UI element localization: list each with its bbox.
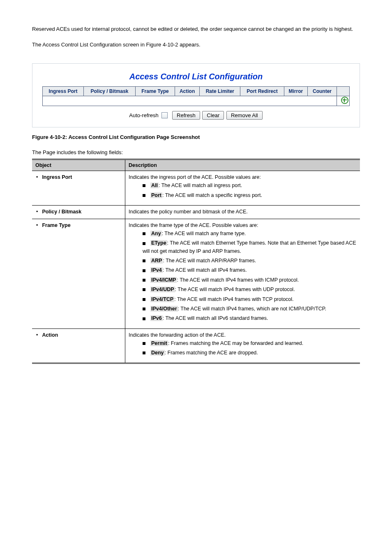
intro-line-1: Reserved ACEs used for internal protocol…	[32, 26, 353, 32]
ingress-all-text: : The ACE will match all ingress port.	[159, 183, 242, 188]
intro-line-2b: appears.	[178, 42, 201, 48]
row-ingress-port: •Ingress Port Indicates the ingress port…	[32, 171, 360, 206]
acl-table: Ingress Port Policy / Bitmask Frame Type…	[42, 86, 350, 106]
col-policy-bitmask: Policy / Bitmask	[83, 87, 135, 96]
obj-ingress-port: Ingress Port	[42, 174, 72, 180]
fields-table: Object Description •Ingress Port Indicat…	[32, 159, 360, 364]
policy-lead: Indicates the policy number and bitmask …	[129, 209, 248, 215]
row-frame-type: •Frame Type Indicates the frame type of …	[32, 219, 360, 328]
refresh-button[interactable]: Refresh	[172, 111, 200, 120]
action-deny-key: Deny	[150, 350, 165, 356]
action-deny-text: : Frames matching the ACE are dropped.	[165, 350, 258, 356]
frame-tcp-key: IPv4/TCP	[150, 296, 174, 302]
frame-ipv6-key: IPv6	[150, 315, 163, 321]
intro-figref: Figure 4-10-2	[146, 42, 178, 48]
row-policy-bitmask: •Policy / Bitmask Indicates the policy n…	[32, 205, 360, 219]
header-object: Object	[32, 160, 125, 171]
figure-controls: Auto-refresh Refresh Clear Remove All	[42, 111, 350, 120]
fields-subhead: The Page includes the following fields:	[32, 149, 360, 155]
col-frame-type: Frame Type	[136, 87, 175, 96]
header-description: Description	[125, 160, 360, 171]
frame-other-key: IPv4/Other	[150, 306, 178, 312]
action-permit-key: Permit	[150, 340, 168, 346]
caption-number: Figure 4-10-2:	[32, 134, 67, 140]
col-add	[337, 87, 350, 96]
acl-config-figure: Access Control List Configuration Ingres…	[32, 63, 360, 127]
acl-empty-row	[43, 96, 350, 106]
col-mirror: Mirror	[284, 87, 307, 96]
frame-udp-key: IPv4/UDP	[150, 287, 175, 292]
ingress-port-key: Port	[150, 192, 162, 198]
frame-icmp-text: : The ACE will match IPv4 frames with IC…	[177, 277, 299, 283]
frame-tcp-text: : The ACE will match IPv4 frames with TC…	[174, 296, 293, 302]
col-action: Action	[175, 87, 200, 96]
frame-other-text: : The ACE will match IPv4 frames, which …	[178, 306, 326, 312]
col-port-redirect: Port Redirect	[240, 87, 284, 96]
frame-any-key: Any	[150, 231, 162, 236]
frame-any-text: : The ACE will match any frame type.	[162, 231, 246, 236]
remove-all-button[interactable]: Remove All	[226, 111, 263, 120]
auto-refresh-label: Auto-refresh	[129, 112, 159, 118]
row-action: •Action Indicates the forwarding action …	[32, 328, 360, 363]
figure-title: Access Control List Configuration	[42, 72, 350, 81]
obj-frame: Frame Type	[42, 222, 70, 228]
frame-icmp-key: IPv4/ICMP	[150, 277, 177, 283]
obj-policy: Policy / Bitmask	[42, 209, 81, 215]
action-lead: Indicates the forwarding action of the A…	[129, 332, 226, 338]
col-ingress-port: Ingress Port	[43, 87, 84, 96]
action-permit-text: : Frames matching the ACE may be forward…	[168, 340, 303, 346]
clear-button[interactable]: Clear	[202, 111, 224, 120]
auto-refresh-checkbox[interactable]	[161, 112, 168, 118]
frame-lead: Indicates the frame type of the ACE. Pos…	[129, 222, 258, 228]
frame-ipv4-text: : The ACE will match all IPv4 frames.	[163, 267, 247, 273]
frame-etype-key: EType	[150, 240, 167, 246]
frame-ipv6-text: : The ACE will match all IPv6 standard f…	[163, 315, 268, 321]
intro-line-2a: The Access Control List Configuration sc…	[32, 42, 146, 48]
frame-arp-text: : The ACE will match ARP/RARP frames.	[163, 258, 256, 264]
ingress-lead: Indicates the ingress port of the ACE. P…	[129, 174, 261, 180]
caption-text: Access Control List Configuration Page S…	[67, 134, 200, 140]
obj-action: Action	[42, 332, 58, 338]
col-rate-limiter: Rate Limiter	[200, 87, 240, 96]
col-counter: Counter	[307, 87, 337, 96]
ingress-port-text: : The ACE will match a specific ingress …	[162, 192, 262, 198]
ingress-all-key: All	[150, 183, 159, 188]
frame-etype-text: : The ACE will match Ethernet Type frame…	[143, 240, 356, 254]
intro-text: Reserved ACEs used for internal protocol…	[32, 25, 360, 49]
frame-ipv4-key: IPv4	[150, 267, 163, 273]
frame-udp-text: : The ACE will match IPv4 frames with UD…	[175, 287, 295, 292]
add-ace-icon[interactable]	[341, 97, 348, 104]
figure-caption: Figure 4-10-2: Access Control List Confi…	[32, 134, 360, 140]
frame-arp-key: ARP	[150, 258, 163, 264]
